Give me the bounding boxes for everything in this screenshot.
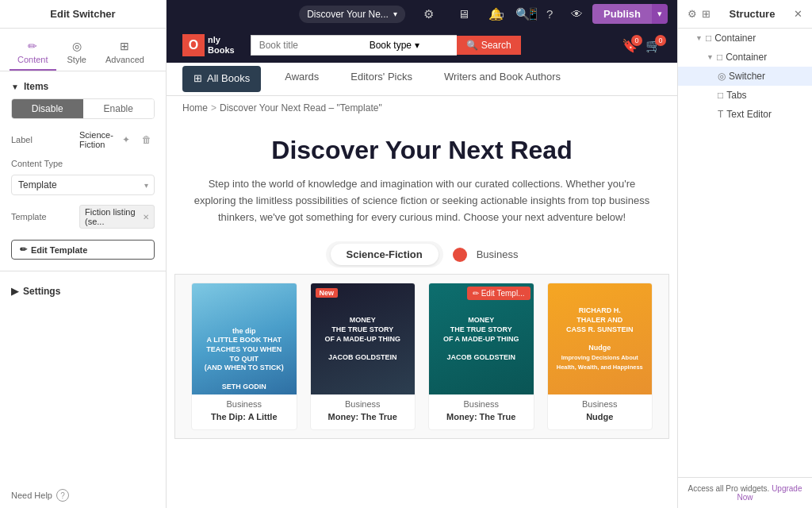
tab-style-label: Style <box>67 55 86 64</box>
tab-content[interactable]: ✏ Content <box>10 35 56 71</box>
divider <box>0 271 166 271</box>
book-type-dropdown[interactable]: Book type ▾ <box>362 35 457 56</box>
search-button[interactable]: 🔍 Search <box>457 36 521 55</box>
preview-icon-btn[interactable]: 👁 <box>565 3 588 25</box>
hero-title: Discover Your Next Read <box>182 136 661 165</box>
content-type-select-row: Template ▾ <box>11 175 155 195</box>
template-tag: Fiction listing (se... ✕ <box>79 205 155 229</box>
content-tab-icon: ✏ <box>26 40 39 52</box>
tree-label-text-editor: Text Editor <box>726 109 772 120</box>
publish-button[interactable]: Publish <box>592 4 652 24</box>
template-remove-icon[interactable]: ✕ <box>143 213 149 221</box>
tree-item-container-1[interactable]: ▼ □ Container <box>678 29 812 48</box>
close-panel-icon[interactable]: ✕ <box>794 8 802 20</box>
book-type-label: Book type <box>370 40 412 51</box>
mobile-view-btn[interactable]: 📱 <box>523 3 545 25</box>
book-card-4: RICHARD H.THALER ANDCASS R. SUNSTEINNudg… <box>547 283 653 430</box>
nav-icons: 🔖 0 🛒 0 <box>622 38 661 53</box>
switcher-icon: ◎ <box>718 71 726 82</box>
tabs-icon: □ <box>718 90 723 101</box>
disable-btn[interactable]: Disable <box>12 99 83 118</box>
book-cover-2: New MONEYTHE TRUE STORYOF A MADE-UP THIN… <box>311 283 416 394</box>
edit-template-button[interactable]: ✏ Edit Template <box>11 240 155 260</box>
edit-template-label: Edit Template <box>31 245 87 255</box>
bottom-bar-text: Access all Pro widgets. <box>688 484 770 493</box>
tab-style[interactable]: ◎ Style <box>59 35 94 71</box>
tab-advanced-label: Advanced <box>105 55 144 64</box>
book-title-4: Nudge <box>548 410 653 423</box>
settings-section-header[interactable]: ▶ Settings <box>0 279 166 303</box>
cart-badge: 0 <box>655 35 666 46</box>
template-tag-text: Fiction listing (se... <box>85 207 140 226</box>
container-icon-1: □ <box>706 33 711 44</box>
style-tab-icon: ◎ <box>71 40 83 52</box>
structure-settings-icon[interactable]: ⚙ <box>688 8 697 20</box>
content-type-row: Content Type <box>0 156 166 171</box>
items-section-header[interactable]: ▼ Items <box>0 71 166 98</box>
publish-btn-group: Publish ▾ <box>592 4 668 24</box>
items-arrow-icon: ▼ <box>11 83 19 91</box>
hero-description: Step into the world of knowledge and ima… <box>192 176 652 225</box>
main-area: Discover Your Ne... ▾ ⚙ 🖥 ▭ 📱 🔔 🔍 ? 👁 Pu… <box>167 0 677 508</box>
tablet-view-btn[interactable]: ▭ <box>488 3 510 25</box>
book-cover-1: the dipA LITTLE BOOK THATTEACHES YOU WHE… <box>192 283 297 394</box>
category-dot <box>453 248 467 262</box>
need-help-row: Need Help ? <box>0 483 166 508</box>
awards-label: Awards <box>285 71 319 83</box>
tab-advanced[interactable]: ⊞ Advanced <box>98 35 152 71</box>
tree-arrow-container-1: ▼ <box>695 34 703 42</box>
tree-item-tabs[interactable]: □ Tabs <box>678 86 812 105</box>
bookmark-badge: 0 <box>631 35 642 46</box>
pencil-icon: ✏ <box>20 244 27 255</box>
book-nav: O nly Books Book type ▾ 🔍 Search <box>167 28 677 63</box>
right-panel: ⚙ ⊞ Structure ✕ ▼ □ Container ▼ □ Contai… <box>677 0 812 508</box>
edit-template-overlay[interactable]: ✏ Edit Templ... <box>467 287 530 300</box>
tree-item-switcher[interactable]: ◎ Switcher <box>678 67 812 86</box>
tab-all-books[interactable]: ⊞ All Books <box>182 66 261 92</box>
advanced-tab-icon: ⊞ <box>118 40 131 52</box>
tree-label-tabs: Tabs <box>726 90 746 101</box>
publish-arrow-btn[interactable]: ▾ <box>652 4 668 24</box>
book-title-search-input[interactable] <box>251 35 362 56</box>
tree-arrow-container-2: ▼ <box>707 53 714 61</box>
help-circle-icon[interactable]: ? <box>56 489 69 502</box>
breadcrumb-sep: > <box>211 102 216 114</box>
science-fiction-tab[interactable]: Science-Fiction <box>331 244 439 265</box>
book-title-1: The Dip: A Little <box>192 410 297 423</box>
bottom-bar: Access all Pro widgets. Upgrade Now <box>678 477 812 508</box>
cart-nav-icon[interactable]: 🛒 0 <box>645 38 661 53</box>
enable-btn[interactable]: Enable <box>83 99 155 118</box>
all-books-label: All Books <box>207 72 250 84</box>
business-category-label[interactable]: Business <box>477 248 519 260</box>
book-cover-4: RICHARD H.THALER ANDCASS R. SUNSTEINNudg… <box>548 283 653 394</box>
book-cover-text-1: the dipA LITTLE BOOK THATTEACHES YOU WHE… <box>201 324 287 395</box>
tab-writers-authors[interactable]: Writers and Book Authors <box>428 63 576 95</box>
book-title-3: Money: The True <box>429 410 534 423</box>
site-url-pill[interactable]: Discover Your Ne... ▾ <box>299 6 405 23</box>
desktop-view-btn[interactable]: 🖥 <box>453 3 475 25</box>
left-panel: Edit Switcher ✏ Content ◎ Style ⊞ Advanc… <box>0 0 167 508</box>
label-delete-icon[interactable]: 🗑 <box>139 132 155 148</box>
book-category-2: Business <box>311 394 416 410</box>
category-toggle-row: Science-Fiction Business <box>167 241 677 267</box>
tab-editors-picks[interactable]: Editors' Picks <box>335 63 428 95</box>
breadcrumb-current: Discover Your Next Read – "Template" <box>220 102 382 114</box>
book-tabs: ⊞ All Books Awards Editors' Picks Writer… <box>167 63 677 96</box>
structure-expand-icon[interactable]: ⊞ <box>702 8 710 20</box>
disable-enable-toggle: Disable Enable <box>11 98 155 119</box>
content-type-select[interactable]: Template <box>11 175 155 195</box>
bookmark-nav-icon[interactable]: 🔖 0 <box>622 38 638 53</box>
book-type-chevron-icon: ▾ <box>415 40 419 51</box>
need-help-text: Need Help <box>11 491 52 500</box>
tree-item-text-editor[interactable]: T Text Editor <box>678 105 812 124</box>
page-content: O nly Books Book type ▾ 🔍 Search <box>167 28 677 508</box>
template-row: Template Fiction listing (se... ✕ <box>0 202 166 232</box>
structure-tree: ▼ □ Container ▼ □ Container ◎ Switcher □… <box>678 29 812 124</box>
settings-icon-btn[interactable]: ⚙ <box>418 3 440 25</box>
tab-awards[interactable]: Awards <box>269 63 335 95</box>
label-magic-icon[interactable]: ✦ <box>118 132 134 148</box>
tree-item-container-2[interactable]: ▼ □ Container <box>678 48 812 67</box>
breadcrumb-home[interactable]: Home <box>182 102 208 114</box>
label-field-value: Science-Fiction <box>79 130 113 149</box>
content-type-label: Content Type <box>11 159 75 168</box>
